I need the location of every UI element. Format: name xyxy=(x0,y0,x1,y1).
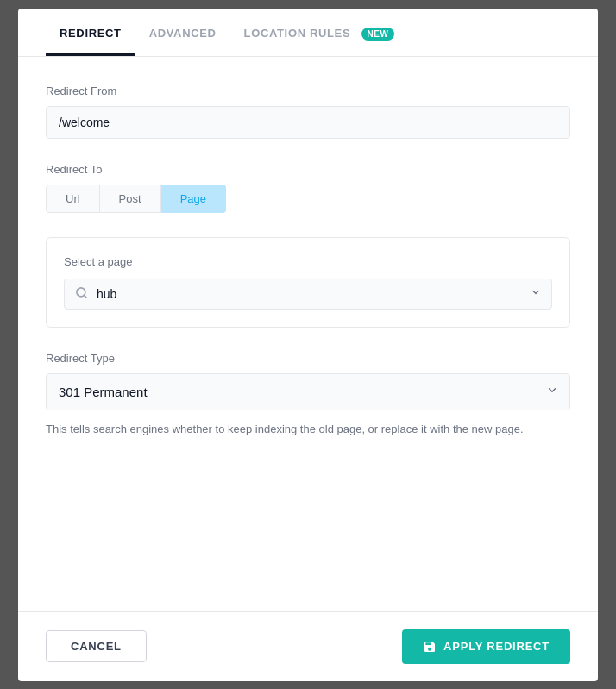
cancel-label: CANCEL xyxy=(71,640,122,653)
cancel-button[interactable]: CANCEL xyxy=(46,630,147,662)
redirect-type-wrapper: 301 Permanent 302 Temporary 307 Temporar… xyxy=(46,373,570,410)
redirect-type-group: Redirect Type 301 Permanent 302 Temporar… xyxy=(46,352,570,439)
tab-redirect[interactable]: REDIRECT xyxy=(46,9,135,56)
toggle-url-label: Url xyxy=(66,192,80,205)
modal-footer: CANCEL APPLY REDIRECT xyxy=(18,611,598,681)
tab-advanced[interactable]: ADVANCED xyxy=(135,9,230,56)
redirect-to-group: Redirect To Url Post Page xyxy=(46,163,570,213)
toggle-post-label: Post xyxy=(119,192,141,205)
search-icon xyxy=(75,286,88,302)
apply-redirect-label: APPLY REDIRECT xyxy=(443,640,550,653)
redirect-to-label: Redirect To xyxy=(46,163,570,176)
redirect-type-select[interactable]: 301 Permanent 302 Temporary 307 Temporar… xyxy=(46,373,570,410)
modal-body: Redirect From Redirect To Url Post Page … xyxy=(18,57,598,601)
redirect-from-group: Redirect From xyxy=(46,85,570,139)
chevron-down-icon xyxy=(531,287,541,300)
page-search-select[interactable]: hub xyxy=(64,279,552,310)
redirect-from-label: Redirect From xyxy=(46,85,570,97)
new-badge: NEW xyxy=(361,28,395,41)
toggle-page-label: Page xyxy=(180,192,206,205)
redirect-from-input[interactable] xyxy=(46,106,570,139)
redirect-type-hint: This tells search engines whether to kee… xyxy=(46,421,570,439)
page-search-value: hub xyxy=(97,287,531,301)
tab-redirect-label: REDIRECT xyxy=(60,27,122,40)
select-page-box: Select a page hub xyxy=(46,237,570,328)
tab-advanced-label: ADVANCED xyxy=(149,27,217,40)
redirect-to-toggle-group: Url Post Page xyxy=(46,185,570,213)
toggle-url-button[interactable]: Url xyxy=(46,185,100,213)
toggle-post-button[interactable]: Post xyxy=(100,185,161,213)
tab-location-rules-label: LOCATION RULES xyxy=(244,27,351,40)
select-page-label: Select a page xyxy=(64,255,552,268)
tab-location-rules[interactable]: LOCATION RULES NEW xyxy=(230,9,409,57)
tabs-bar: REDIRECT ADVANCED LOCATION RULES NEW xyxy=(18,9,598,57)
modal: REDIRECT ADVANCED LOCATION RULES NEW Red… xyxy=(18,9,598,681)
save-icon xyxy=(423,640,437,654)
svg-line-1 xyxy=(84,295,86,298)
redirect-type-label: Redirect Type xyxy=(46,352,570,365)
apply-redirect-button[interactable]: APPLY REDIRECT xyxy=(402,629,570,664)
toggle-page-button[interactable]: Page xyxy=(161,185,226,213)
